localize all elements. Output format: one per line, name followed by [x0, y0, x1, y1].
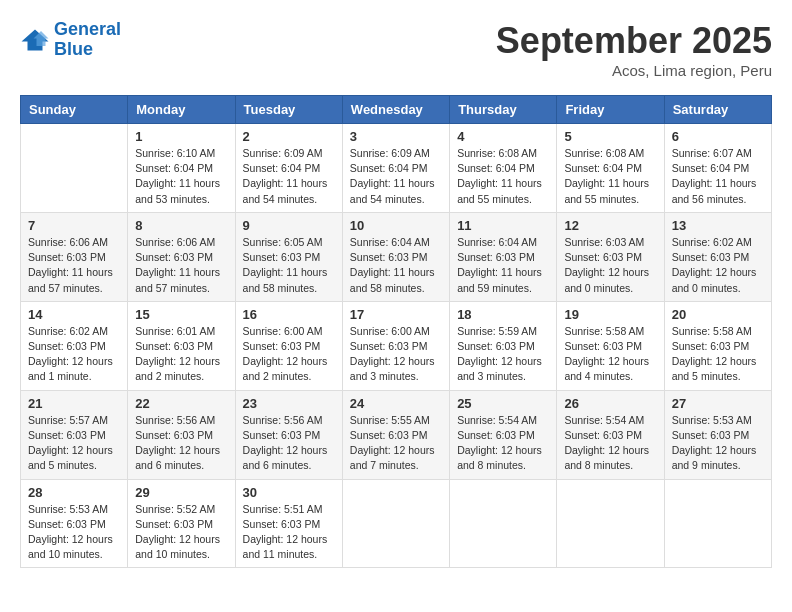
calendar-cell [450, 479, 557, 568]
calendar-cell: 15Sunrise: 6:01 AMSunset: 6:03 PMDayligh… [128, 301, 235, 390]
calendar-cell: 1Sunrise: 6:10 AMSunset: 6:04 PMDaylight… [128, 124, 235, 213]
column-header-monday: Monday [128, 96, 235, 124]
day-info: Sunrise: 5:51 AMSunset: 6:03 PMDaylight:… [243, 502, 335, 563]
day-number: 15 [135, 307, 227, 322]
column-header-thursday: Thursday [450, 96, 557, 124]
calendar-cell: 29Sunrise: 5:52 AMSunset: 6:03 PMDayligh… [128, 479, 235, 568]
logo-line2: Blue [54, 39, 93, 59]
day-number: 1 [135, 129, 227, 144]
day-number: 7 [28, 218, 120, 233]
month-title: September 2025 [496, 20, 772, 62]
day-info: Sunrise: 6:09 AMSunset: 6:04 PMDaylight:… [243, 146, 335, 207]
day-info: Sunrise: 5:54 AMSunset: 6:03 PMDaylight:… [457, 413, 549, 474]
day-info: Sunrise: 6:06 AMSunset: 6:03 PMDaylight:… [28, 235, 120, 296]
day-info: Sunrise: 6:04 AMSunset: 6:03 PMDaylight:… [457, 235, 549, 296]
calendar-cell: 16Sunrise: 6:00 AMSunset: 6:03 PMDayligh… [235, 301, 342, 390]
day-number: 20 [672, 307, 764, 322]
day-info: Sunrise: 5:54 AMSunset: 6:03 PMDaylight:… [564, 413, 656, 474]
calendar-cell: 27Sunrise: 5:53 AMSunset: 6:03 PMDayligh… [664, 390, 771, 479]
day-number: 29 [135, 485, 227, 500]
day-info: Sunrise: 5:56 AMSunset: 6:03 PMDaylight:… [135, 413, 227, 474]
day-info: Sunrise: 5:53 AMSunset: 6:03 PMDaylight:… [672, 413, 764, 474]
column-header-sunday: Sunday [21, 96, 128, 124]
day-info: Sunrise: 6:01 AMSunset: 6:03 PMDaylight:… [135, 324, 227, 385]
day-info: Sunrise: 6:10 AMSunset: 6:04 PMDaylight:… [135, 146, 227, 207]
day-info: Sunrise: 6:08 AMSunset: 6:04 PMDaylight:… [457, 146, 549, 207]
calendar-cell: 24Sunrise: 5:55 AMSunset: 6:03 PMDayligh… [342, 390, 449, 479]
calendar-cell: 18Sunrise: 5:59 AMSunset: 6:03 PMDayligh… [450, 301, 557, 390]
calendar-week-4: 21Sunrise: 5:57 AMSunset: 6:03 PMDayligh… [21, 390, 772, 479]
calendar-header: SundayMondayTuesdayWednesdayThursdayFrid… [21, 96, 772, 124]
calendar-cell [664, 479, 771, 568]
calendar-cell: 9Sunrise: 6:05 AMSunset: 6:03 PMDaylight… [235, 212, 342, 301]
calendar-cell: 13Sunrise: 6:02 AMSunset: 6:03 PMDayligh… [664, 212, 771, 301]
logo-icon [20, 28, 50, 52]
calendar-cell: 19Sunrise: 5:58 AMSunset: 6:03 PMDayligh… [557, 301, 664, 390]
calendar-body: 1Sunrise: 6:10 AMSunset: 6:04 PMDaylight… [21, 124, 772, 568]
calendar-cell: 7Sunrise: 6:06 AMSunset: 6:03 PMDaylight… [21, 212, 128, 301]
day-info: Sunrise: 5:53 AMSunset: 6:03 PMDaylight:… [28, 502, 120, 563]
logo-text: General Blue [54, 20, 121, 60]
calendar-cell: 30Sunrise: 5:51 AMSunset: 6:03 PMDayligh… [235, 479, 342, 568]
calendar-cell: 14Sunrise: 6:02 AMSunset: 6:03 PMDayligh… [21, 301, 128, 390]
day-info: Sunrise: 6:02 AMSunset: 6:03 PMDaylight:… [28, 324, 120, 385]
day-number: 21 [28, 396, 120, 411]
day-info: Sunrise: 6:02 AMSunset: 6:03 PMDaylight:… [672, 235, 764, 296]
calendar-cell: 8Sunrise: 6:06 AMSunset: 6:03 PMDaylight… [128, 212, 235, 301]
calendar-cell: 23Sunrise: 5:56 AMSunset: 6:03 PMDayligh… [235, 390, 342, 479]
day-number: 28 [28, 485, 120, 500]
day-number: 11 [457, 218, 549, 233]
day-number: 19 [564, 307, 656, 322]
calendar-table: SundayMondayTuesdayWednesdayThursdayFrid… [20, 95, 772, 568]
day-number: 10 [350, 218, 442, 233]
day-number: 9 [243, 218, 335, 233]
calendar-week-5: 28Sunrise: 5:53 AMSunset: 6:03 PMDayligh… [21, 479, 772, 568]
day-info: Sunrise: 5:56 AMSunset: 6:03 PMDaylight:… [243, 413, 335, 474]
day-number: 6 [672, 129, 764, 144]
day-number: 14 [28, 307, 120, 322]
day-number: 8 [135, 218, 227, 233]
day-number: 5 [564, 129, 656, 144]
calendar-cell: 26Sunrise: 5:54 AMSunset: 6:03 PMDayligh… [557, 390, 664, 479]
column-header-saturday: Saturday [664, 96, 771, 124]
calendar-cell: 22Sunrise: 5:56 AMSunset: 6:03 PMDayligh… [128, 390, 235, 479]
day-number: 4 [457, 129, 549, 144]
calendar-cell: 11Sunrise: 6:04 AMSunset: 6:03 PMDayligh… [450, 212, 557, 301]
calendar-week-3: 14Sunrise: 6:02 AMSunset: 6:03 PMDayligh… [21, 301, 772, 390]
calendar-cell: 2Sunrise: 6:09 AMSunset: 6:04 PMDaylight… [235, 124, 342, 213]
calendar-cell [342, 479, 449, 568]
day-info: Sunrise: 6:03 AMSunset: 6:03 PMDaylight:… [564, 235, 656, 296]
calendar-cell [21, 124, 128, 213]
calendar-cell [557, 479, 664, 568]
day-number: 23 [243, 396, 335, 411]
day-info: Sunrise: 6:05 AMSunset: 6:03 PMDaylight:… [243, 235, 335, 296]
day-info: Sunrise: 6:00 AMSunset: 6:03 PMDaylight:… [350, 324, 442, 385]
calendar-cell: 28Sunrise: 5:53 AMSunset: 6:03 PMDayligh… [21, 479, 128, 568]
calendar-cell: 4Sunrise: 6:08 AMSunset: 6:04 PMDaylight… [450, 124, 557, 213]
day-number: 22 [135, 396, 227, 411]
day-info: Sunrise: 5:52 AMSunset: 6:03 PMDaylight:… [135, 502, 227, 563]
day-number: 30 [243, 485, 335, 500]
calendar-cell: 21Sunrise: 5:57 AMSunset: 6:03 PMDayligh… [21, 390, 128, 479]
day-number: 13 [672, 218, 764, 233]
header-row: SundayMondayTuesdayWednesdayThursdayFrid… [21, 96, 772, 124]
day-info: Sunrise: 5:58 AMSunset: 6:03 PMDaylight:… [564, 324, 656, 385]
day-info: Sunrise: 5:58 AMSunset: 6:03 PMDaylight:… [672, 324, 764, 385]
calendar-cell: 12Sunrise: 6:03 AMSunset: 6:03 PMDayligh… [557, 212, 664, 301]
calendar-week-1: 1Sunrise: 6:10 AMSunset: 6:04 PMDaylight… [21, 124, 772, 213]
day-number: 18 [457, 307, 549, 322]
day-info: Sunrise: 5:55 AMSunset: 6:03 PMDaylight:… [350, 413, 442, 474]
day-number: 16 [243, 307, 335, 322]
day-number: 26 [564, 396, 656, 411]
day-info: Sunrise: 6:06 AMSunset: 6:03 PMDaylight:… [135, 235, 227, 296]
day-number: 2 [243, 129, 335, 144]
calendar-cell: 5Sunrise: 6:08 AMSunset: 6:04 PMDaylight… [557, 124, 664, 213]
column-header-friday: Friday [557, 96, 664, 124]
day-info: Sunrise: 6:04 AMSunset: 6:03 PMDaylight:… [350, 235, 442, 296]
day-info: Sunrise: 6:09 AMSunset: 6:04 PMDaylight:… [350, 146, 442, 207]
title-block: September 2025 Acos, Lima region, Peru [496, 20, 772, 79]
calendar-cell: 10Sunrise: 6:04 AMSunset: 6:03 PMDayligh… [342, 212, 449, 301]
day-info: Sunrise: 6:08 AMSunset: 6:04 PMDaylight:… [564, 146, 656, 207]
logo-line1: General [54, 19, 121, 39]
location-subtitle: Acos, Lima region, Peru [496, 62, 772, 79]
